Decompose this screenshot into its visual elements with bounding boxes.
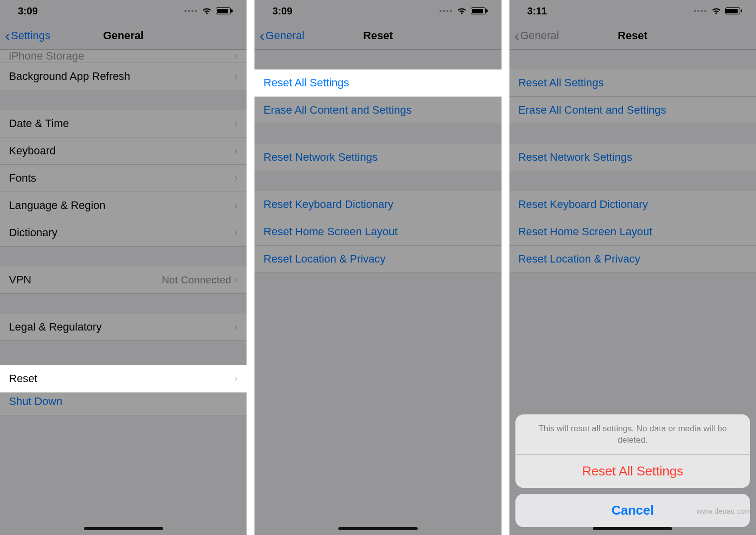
row-legal-regulatory[interactable]: Legal & Regulatory› <box>0 314 247 341</box>
action-sheet-reset-all-settings[interactable]: Reset All Settings <box>515 455 750 488</box>
row-date-time[interactable]: Date & Time› <box>0 110 247 137</box>
chevron-right-icon: › <box>234 144 238 157</box>
cellular-dots-icon <box>440 10 452 12</box>
row-reset[interactable]: Reset › <box>0 365 247 393</box>
chevron-right-icon: › <box>234 70 238 83</box>
nav-bar: ‹ General Reset <box>254 22 501 50</box>
screenshot-general-settings: 3:09 ‹ Settings General iPhone Storage ›… <box>0 0 247 535</box>
chevron-right-icon: › <box>234 50 238 63</box>
status-time: 3:09 <box>272 5 292 17</box>
back-label: Settings <box>11 29 51 42</box>
cellular-dots-icon <box>185 10 197 12</box>
screenshot-reset-confirm: 3:11 ‹ General Reset Reset All Settings … <box>509 0 756 535</box>
battery-icon <box>216 7 231 14</box>
row-background-app-refresh[interactable]: Background App Refresh › <box>0 63 247 90</box>
row-reset-home-screen-layout[interactable]: Reset Home Screen Layout <box>254 218 501 246</box>
action-sheet: This will reset all settings. No data or… <box>509 0 756 535</box>
nav-bar: ‹ Settings General <box>0 22 247 50</box>
action-sheet-message: This will reset all settings. No data or… <box>515 414 750 455</box>
row-language-region[interactable]: Language & Region› <box>0 192 247 219</box>
wifi-icon <box>457 7 467 14</box>
row-keyboard[interactable]: Keyboard› <box>0 137 247 165</box>
chevron-right-icon: › <box>234 226 238 239</box>
chevron-left-icon: ‹ <box>5 28 10 43</box>
row-reset-network-settings[interactable]: Reset Network Settings <box>254 144 501 171</box>
screenshot-reset-menu: 3:09 ‹ General Reset X Erase All Content… <box>254 0 501 535</box>
row-erase-all-content[interactable]: Erase All Content and Settings <box>254 97 501 124</box>
back-button-general[interactable]: ‹ General <box>254 28 304 43</box>
action-sheet-cancel[interactable]: Cancel <box>515 494 750 527</box>
chevron-right-icon: › <box>234 372 238 385</box>
row-iphone-storage[interactable]: iPhone Storage › <box>0 50 247 63</box>
chevron-right-icon: › <box>234 273 238 286</box>
row-reset-keyboard-dictionary[interactable]: Reset Keyboard Dictionary <box>254 191 501 218</box>
wifi-icon <box>202 7 212 14</box>
battery-icon <box>471 7 486 14</box>
chevron-right-icon: › <box>234 172 238 185</box>
row-fonts[interactable]: Fonts› <box>0 165 247 192</box>
row-dictionary[interactable]: Dictionary› <box>0 219 247 247</box>
back-button-settings[interactable]: ‹ Settings <box>0 28 51 43</box>
status-time: 3:09 <box>18 5 38 17</box>
row-reset-all-settings[interactable]: Reset All Settings <box>254 69 501 97</box>
status-bar: 3:09 <box>254 0 501 22</box>
status-indicators <box>185 7 231 14</box>
status-bar: 3:09 <box>0 0 247 22</box>
home-indicator <box>84 527 163 530</box>
home-indicator <box>338 527 418 530</box>
row-reset-location-privacy[interactable]: Reset Location & Privacy <box>254 246 501 273</box>
chevron-left-icon: ‹ <box>259 28 264 43</box>
action-sheet-group: This will reset all settings. No data or… <box>515 414 750 488</box>
row-vpn[interactable]: VPN Not Connected › <box>0 267 247 294</box>
chevron-right-icon: › <box>234 199 238 212</box>
vpn-status: Not Connected <box>162 274 231 286</box>
chevron-right-icon: › <box>234 117 238 130</box>
chevron-right-icon: › <box>234 321 238 334</box>
